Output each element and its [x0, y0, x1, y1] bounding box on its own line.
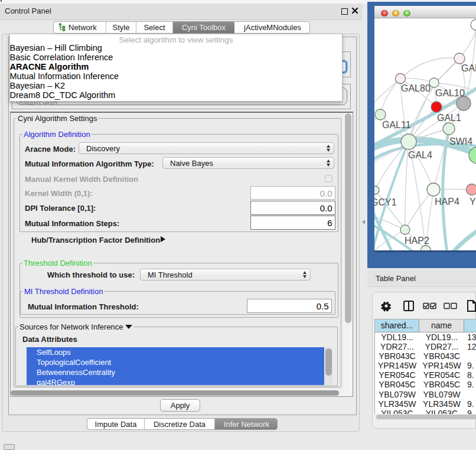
svg-text:GAL10: GAL10 [435, 88, 465, 98]
svg-text:Y: Y [470, 197, 476, 207]
svg-text:GAL4: GAL4 [408, 150, 432, 160]
svg-text:GCY1: GCY1 [374, 197, 397, 207]
svg-text:GAL: GAL [461, 63, 476, 73]
svg-text:GAL80: GAL80 [401, 83, 431, 93]
svg-text:GAL1: GAL1 [437, 113, 461, 123]
svg-text:HAP2: HAP2 [405, 236, 429, 246]
svg-text:SWI4: SWI4 [449, 136, 472, 146]
svg-text:HAP4: HAP4 [435, 197, 459, 207]
svg-text:GAL11: GAL11 [382, 120, 411, 130]
